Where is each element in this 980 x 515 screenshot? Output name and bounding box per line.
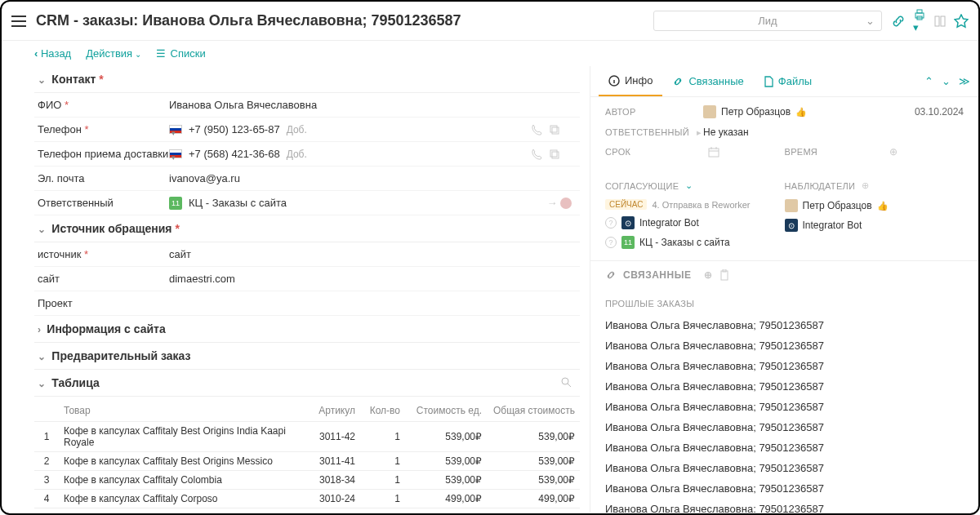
collapse-up-icon[interactable]: ⌃ — [924, 75, 933, 87]
field-phone2: Телефон приема доставки +7 (568) 421-36-… — [34, 142, 580, 166]
avatar-icon — [785, 199, 798, 212]
order-link[interactable]: Иванова Ольга Вячеславовна; 79501236587 — [605, 458, 964, 478]
call-icon[interactable] — [531, 149, 542, 160]
section-contact[interactable]: Контакт * — [34, 66, 580, 93]
author-label: АВТОР — [605, 107, 703, 117]
section-site-info[interactable]: Информация с сайта — [34, 316, 580, 343]
date: 03.10.2024 — [915, 106, 964, 118]
watchers-label: НАБЛЮДАТЕЛИ⊕ — [785, 175, 964, 196]
svg-rect-8 — [552, 152, 559, 158]
field-source: источник * сайт — [34, 242, 580, 267]
chevron-down-icon[interactable]: ⌄ — [685, 180, 693, 191]
order-link[interactable]: Иванова Ольга Вячеславовна; 79501236587 — [605, 417, 964, 437]
svg-rect-7 — [550, 150, 557, 157]
field-email: Эл. почта ivanova@ya.ru — [34, 166, 580, 191]
resp-label: ОТВЕТСТВЕННЫЙ ▸ — [605, 127, 703, 138]
expand-icon[interactable]: ≫ — [959, 75, 970, 87]
clipboard-icon[interactable] — [719, 269, 729, 281]
page-title: CRM - заказы: Иванова Ольга Вячеславовна… — [36, 12, 653, 29]
tab-info[interactable]: Инфо — [599, 66, 662, 96]
bot-icon: ⊙ — [785, 219, 798, 232]
order-link[interactable]: Иванова Ольга Вячеславовна; 79501236587 — [605, 397, 964, 417]
resp-badge-icon: 11 — [621, 236, 635, 249]
order-link[interactable]: Иванова Ольга Вячеславовна; 79501236587 — [605, 499, 964, 513]
field-responsible: Ответственный 11КЦ - Заказы с сайта → — [34, 191, 580, 215]
add-phone[interactable]: Доб. — [287, 124, 307, 135]
print-icon[interactable]: ▾ — [913, 8, 926, 33]
svg-rect-11 — [709, 149, 719, 157]
order-link[interactable]: Иванова Ольга Вячеславовна; 79501236587 — [605, 437, 964, 458]
collapse-down-icon[interactable]: ⌄ — [942, 75, 951, 87]
order-link[interactable]: Иванова Ольга Вячеславовна; 79501236587 — [605, 356, 964, 376]
approvers-label: СОГЛАСУЮЩИЕ⌄ — [605, 175, 785, 196]
layout-icon[interactable] — [934, 16, 946, 27]
section-source[interactable]: Источник обращения * — [34, 215, 580, 242]
menu-icon[interactable] — [11, 16, 26, 27]
field-project: Проект — [34, 291, 580, 316]
table-row[interactable]: 1Кофе в капсулах Caffitaly Best Origins … — [34, 422, 580, 452]
svg-point-9 — [562, 378, 568, 384]
table-row[interactable]: 3Кофе в капсулах Caffitaly Colombia3018-… — [34, 471, 580, 490]
deadline-label: СРОК — [605, 147, 703, 157]
thumb-icon: 👍 — [795, 107, 807, 118]
watcher-item[interactable]: Петр Образцов👍 — [785, 196, 964, 215]
approver-item[interactable]: ?11КЦ - Заказы с сайта — [605, 233, 785, 252]
add-watcher-icon[interactable]: ⊕ — [862, 180, 869, 191]
field-site: сайт dimaestri.com — [34, 267, 580, 291]
flag-dropdown[interactable] — [169, 149, 182, 158]
watcher-item[interactable]: ⊙Integrator Bot — [785, 215, 964, 235]
order-link[interactable]: Иванова Ольга Вячеславовна; 79501236587 — [605, 335, 964, 356]
status-dropdown[interactable]: Лид — [653, 11, 882, 31]
copy-icon[interactable] — [549, 124, 560, 135]
field-fio: ФИО * Иванова Ольга Вячеславовна — [34, 93, 580, 118]
back-button[interactable]: Назад — [34, 47, 71, 60]
table-row[interactable]: 2Кофе в капсулах Caffitaly Best Origins … — [34, 452, 580, 471]
approver-step: СЕЙЧАС4. Отправка в Reworker — [605, 196, 785, 213]
lists-button[interactable]: ☰ Списки — [156, 47, 206, 60]
svg-rect-4 — [941, 16, 945, 26]
tab-linked[interactable]: Связанные — [662, 67, 753, 95]
svg-rect-1 — [917, 10, 922, 13]
past-orders-label: ПРОШЛЫЕ ЗАКАЗЫ — [605, 292, 964, 315]
call-icon[interactable] — [531, 124, 542, 135]
order-link[interactable]: Иванова Ольга Вячеславовна; 79501236587 — [605, 315, 964, 335]
order-link[interactable]: Иванова Ольга Вячеславовна; 79501236587 — [605, 376, 964, 397]
star-icon[interactable] — [954, 14, 969, 29]
resp-badge-icon: 11 — [169, 197, 182, 210]
calendar-icon[interactable] — [708, 146, 719, 158]
time-label: ВРЕМЯ — [785, 147, 883, 157]
thumb-icon: 👍 — [877, 201, 889, 211]
table-row[interactable]: 4Кофе в капсулах Caffitaly Corposo3010-2… — [34, 490, 580, 508]
actions-dropdown[interactable]: Действия — [86, 47, 141, 60]
svg-rect-12 — [721, 271, 728, 280]
status-icon: ? — [605, 217, 617, 229]
flag-dropdown[interactable] — [169, 125, 182, 134]
field-phone: Телефон * +7 (950) 123-65-87 Доб. — [34, 118, 580, 142]
svg-rect-3 — [935, 16, 939, 26]
section-table[interactable]: Таблица — [34, 370, 580, 397]
link-icon[interactable] — [892, 15, 905, 28]
search-icon[interactable] — [560, 376, 572, 388]
table-row[interactable]: 5Кофе в капсулах Caffitaly Costa Rica301… — [34, 508, 580, 513]
arrow-icon[interactable]: → — [546, 197, 572, 210]
status-icon: ? — [605, 237, 617, 248]
svg-rect-5 — [550, 126, 557, 132]
svg-rect-6 — [552, 127, 559, 134]
order-link[interactable]: Иванова Ольга Вячеславовна; 79501236587 — [605, 478, 964, 499]
bot-icon: ⊙ — [621, 216, 635, 229]
section-preorder[interactable]: Предварительный заказ — [34, 343, 580, 370]
add-phone2[interactable]: Доб. — [287, 149, 307, 160]
add-linked-icon[interactable]: ⊕ — [704, 269, 713, 281]
linked-header: СВЯЗАННЫЕ ⊕ — [590, 260, 978, 289]
approver-item[interactable]: ?⊙Integrator Bot — [605, 213, 785, 233]
copy-icon[interactable] — [549, 149, 560, 160]
table-header: Товар Артикул Кол-во Стоимость ед. Общая… — [34, 400, 580, 422]
tab-files[interactable]: Файлы — [754, 67, 822, 95]
avatar-icon — [703, 105, 716, 118]
add-time-icon[interactable]: ⊕ — [889, 146, 898, 158]
